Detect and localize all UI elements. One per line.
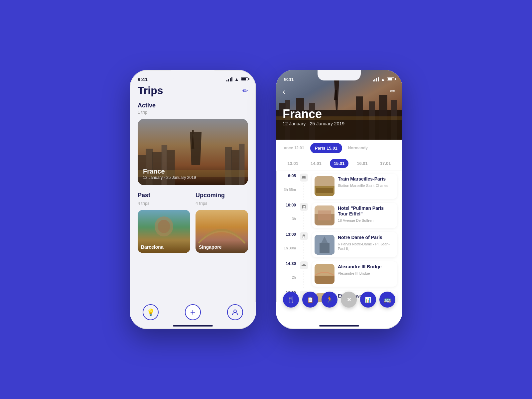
nav-profile[interactable] xyxy=(227,304,243,320)
status-time-1: 9:41 xyxy=(138,76,148,82)
active-city: France xyxy=(143,168,196,175)
wifi-icon: ▲ xyxy=(234,77,239,82)
date-1401[interactable]: 14.01 xyxy=(307,159,326,168)
icon-bridge xyxy=(300,261,308,269)
duration-hotel: 3h xyxy=(292,217,296,221)
home-indicator-1 xyxy=(173,325,213,327)
card-bridge[interactable]: Alexandre III Bridge Alexandre III Bridg… xyxy=(312,261,397,287)
svg-rect-39 xyxy=(303,179,303,179)
hero-section: 9:41 ▲ xyxy=(276,70,402,140)
upcoming-label: Upcoming xyxy=(196,192,225,199)
card-hotel[interactable]: Hotel "Pullman Paris Tour Eiffel" 18 Ave… xyxy=(312,203,397,228)
duration-notre: 1h 30m xyxy=(284,246,296,250)
singapore-label: Singapore xyxy=(199,244,221,250)
addr-bridge: Alexandre III Bridge xyxy=(338,271,394,276)
icon-train xyxy=(300,174,308,182)
hero-title: France 12 January - 25 January 2019 xyxy=(283,107,344,126)
status-time-2: 9:41 xyxy=(284,76,294,82)
active-card-text: France 12 January - 25 January 2019 xyxy=(143,168,196,180)
svg-rect-45 xyxy=(303,206,304,207)
svg-rect-40 xyxy=(305,179,305,179)
battery-icon-2 xyxy=(387,77,394,81)
fab-schedule[interactable]: 📊 xyxy=(360,292,376,308)
edit-icon[interactable]: ✏ xyxy=(242,87,248,95)
active-count: 1 trip xyxy=(138,110,248,115)
fab-restaurant[interactable]: 🍴 xyxy=(283,292,299,308)
add-icon[interactable]: + xyxy=(185,304,201,320)
wifi-icon-2: ▲ xyxy=(381,77,385,82)
past-label: Past xyxy=(138,192,150,199)
phone-2: 9:41 ▲ xyxy=(276,70,402,329)
timeline-line-3 xyxy=(304,241,304,260)
timeline-line-1 xyxy=(304,183,304,201)
tab-paris[interactable]: Paris 15.01 xyxy=(310,143,342,153)
person-svg xyxy=(232,309,238,316)
time-hotel: 10:00 xyxy=(286,203,296,207)
nav-add[interactable]: + xyxy=(185,304,201,320)
icon-notre xyxy=(300,232,308,240)
hero-city: France xyxy=(283,107,344,121)
card-notre[interactable]: Notre Dame of Paris 6 Parvis Notre-Dame … xyxy=(312,232,397,257)
svg-rect-38 xyxy=(302,178,306,179)
svg-rect-59 xyxy=(315,276,334,284)
date-1501[interactable]: 15.01 xyxy=(330,159,349,168)
svg-rect-46 xyxy=(304,206,305,207)
svg-rect-56 xyxy=(320,243,330,253)
date-1601[interactable]: 16.01 xyxy=(353,159,372,168)
barcelona-card[interactable]: Barcelona xyxy=(138,210,190,253)
svg-rect-57 xyxy=(302,265,306,266)
addr-hotel: 18 Avenue De Suffren xyxy=(338,218,394,223)
fab-note[interactable]: 📋 xyxy=(302,292,318,308)
active-label: Active xyxy=(138,102,248,109)
timeline-line-2 xyxy=(304,212,304,231)
upcoming-section: Upcoming 4 trips xyxy=(196,192,248,294)
status-icons-1: ▲ xyxy=(226,77,248,82)
hero-nav: ‹ ✏ xyxy=(276,84,402,99)
tab-france[interactable]: ance 12.01 xyxy=(279,143,309,153)
date-pills: 13.01 14.01 15.01 16.01 17.01 xyxy=(276,156,402,171)
fab-transport[interactable]: 🚌 xyxy=(379,292,395,308)
phone1-content: Trips ✏ Active 1 trip xyxy=(130,84,256,302)
singapore-card[interactable]: Singapore xyxy=(196,210,248,253)
tabs-scroll: ance 12.01 Paris 15.01 Normandy xyxy=(279,140,399,156)
addr-train: Station Marseille-Saint-Charles xyxy=(338,183,394,188)
signal-icon-2 xyxy=(373,77,379,81)
date-1301[interactable]: 13.01 xyxy=(284,159,303,168)
thumb-hotel xyxy=(315,205,334,225)
fab-area: 🍴 📋 🏃 ✕ 📊 🚌 xyxy=(276,292,402,308)
phone-1: 9:41 ▲ Trips ✏ Activ xyxy=(130,70,256,329)
past-section: Past 4 trips xyxy=(138,192,190,294)
svg-rect-47 xyxy=(303,207,305,208)
thumb-bridge xyxy=(315,264,334,284)
active-trip-card[interactable]: France 12 January - 25 January 2019 xyxy=(138,119,248,185)
card-train[interactable]: Train Marseilles-Paris Station Marseille… xyxy=(312,174,397,199)
discover-icon[interactable]: 💡 xyxy=(143,304,159,320)
schedule-list: 6:05 3h 55m xyxy=(276,171,402,302)
home-indicator-2 xyxy=(319,325,359,327)
fab-close[interactable]: ✕ xyxy=(341,292,357,308)
schedule-item-train: 6:05 3h 55m xyxy=(281,174,397,201)
name-bridge: Alexandre III Bridge xyxy=(338,264,394,270)
status-icons-2: ▲ xyxy=(373,77,394,82)
thumb-train xyxy=(315,176,334,196)
tab-normandy[interactable]: Normandy xyxy=(343,143,372,153)
nav-discover[interactable]: 💡 xyxy=(143,304,159,320)
thumb-notre xyxy=(315,235,334,255)
duration-train: 3h 55m xyxy=(284,188,296,192)
time-notre: 13:00 xyxy=(286,232,296,237)
back-button[interactable]: ‹ xyxy=(283,87,285,96)
past-count: 4 trips xyxy=(138,201,190,206)
hero-dates: 12 January - 25 January 2019 xyxy=(283,121,344,126)
time-bridge: 14:30 xyxy=(286,261,296,266)
page-header: Trips ✏ xyxy=(138,84,248,97)
status-bar-1: 9:41 ▲ xyxy=(130,70,256,84)
hero-edit-icon[interactable]: ✏ xyxy=(390,87,396,96)
date-1701[interactable]: 17.01 xyxy=(376,159,395,168)
time-train: 6:05 xyxy=(288,174,296,178)
fab-activity[interactable]: 🏃 xyxy=(322,292,337,308)
svg-rect-53 xyxy=(303,236,305,238)
profile-icon[interactable] xyxy=(227,304,243,320)
signal-icon xyxy=(226,77,232,81)
addr-notre: 6 Parvis Notre-Dame - Pl. Jean-Paul II, xyxy=(338,242,394,251)
name-train: Train Marseilles-Paris xyxy=(338,176,394,182)
